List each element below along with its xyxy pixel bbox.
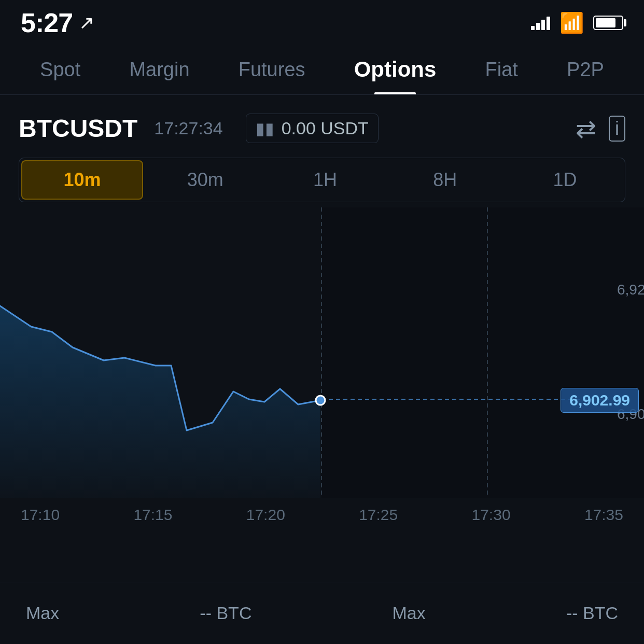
balance-container: ▮▮ 0.00 USDT xyxy=(246,114,379,143)
battery-icon xyxy=(593,16,623,30)
time-label-4: 17:25 xyxy=(359,506,398,524)
time-display: 5:27 xyxy=(21,7,73,38)
tab-options[interactable]: Options xyxy=(354,52,437,94)
current-price-badge: 6,902.99 xyxy=(561,388,639,413)
wifi-icon: 📶 xyxy=(559,11,584,34)
time-label-2: 17:15 xyxy=(133,506,172,524)
bottom-right-label: Max xyxy=(393,603,426,623)
bottom-btc-left: -- BTC xyxy=(200,603,251,623)
status-bar: 5:27 ↗ 📶 xyxy=(0,0,644,41)
bottom-max-left: Max xyxy=(26,603,59,623)
navigation-tabs: Spot Margin Futures Options Fiat P2P xyxy=(0,41,644,95)
time-label-1: 17:10 xyxy=(21,506,60,524)
time-btn-8h[interactable]: 8H xyxy=(385,158,505,202)
time-btn-30m[interactable]: 30m xyxy=(145,158,265,202)
transfer-icon[interactable]: ⇄ xyxy=(576,114,596,143)
header-row: BTCUSDT 17:27:34 ▮▮ 0.00 USDT ⇄ i xyxy=(0,95,644,153)
tab-futures[interactable]: Futures xyxy=(239,53,305,93)
tab-p2p[interactable]: P2P xyxy=(567,53,604,93)
balance-value: 0.00 USDT xyxy=(282,118,369,138)
header-actions: ⇄ i xyxy=(576,114,625,143)
tab-spot[interactable]: Spot xyxy=(40,53,80,93)
bottom-left-label: Max xyxy=(26,603,59,623)
signal-strength-icon xyxy=(531,16,550,30)
svg-rect-0 xyxy=(321,207,644,498)
price-chart[interactable]: 6,920.00 6,900.00 6,902.99 xyxy=(0,207,644,498)
time-selector: 10m 30m 1H 8H 1D xyxy=(19,158,625,202)
location-icon: ↗ xyxy=(79,12,94,34)
time-btn-1d[interactable]: 1D xyxy=(505,158,625,202)
svg-point-4 xyxy=(316,396,325,405)
time-axis: 17:10 17:15 17:20 17:25 17:30 17:35 xyxy=(0,498,644,534)
tab-margin[interactable]: Margin xyxy=(129,53,189,93)
bottom-max-right: Max xyxy=(393,603,426,623)
info-icon[interactable]: i xyxy=(609,116,625,142)
bottom-bar: Max -- BTC Max -- BTC xyxy=(0,582,644,644)
bottom-left-value: -- BTC xyxy=(200,603,251,623)
bottom-right-value: -- BTC xyxy=(566,603,618,623)
time-label-6: 17:35 xyxy=(584,506,623,524)
time-btn-10m[interactable]: 10m xyxy=(21,160,143,200)
trading-pair: BTCUSDT xyxy=(19,114,137,143)
svg-text:6,920.00: 6,920.00 xyxy=(617,282,644,298)
status-time: 5:27 ↗ xyxy=(21,7,94,38)
status-icons: 📶 xyxy=(531,11,623,34)
time-label-5: 17:30 xyxy=(472,506,511,524)
header-timestamp: 17:27:34 xyxy=(154,118,222,138)
tab-fiat[interactable]: Fiat xyxy=(485,53,518,93)
wallet-icon: ▮▮ xyxy=(256,119,274,138)
bottom-btc-right: -- BTC xyxy=(566,603,618,623)
time-btn-1h[interactable]: 1H xyxy=(265,158,385,202)
time-label-3: 17:20 xyxy=(246,506,285,524)
